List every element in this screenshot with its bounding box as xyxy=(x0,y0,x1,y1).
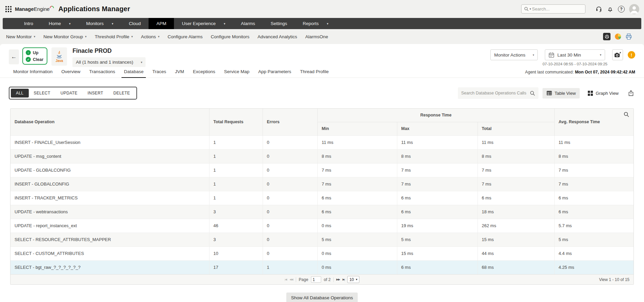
graph-view-button[interactable]: Graph View xyxy=(584,88,623,99)
toolbar-configure-alarms[interactable]: Configure Alarms xyxy=(163,34,207,39)
tab-app-parameters[interactable]: App Parameters xyxy=(254,68,296,78)
app-grid-icon[interactable] xyxy=(5,6,12,12)
table-row[interactable]: INSERT - TRACKER_METRICS106 ms6 ms6 ms6 … xyxy=(10,191,634,205)
nav-item-monitors[interactable]: Monitors▾ xyxy=(79,18,121,29)
global-search-box[interactable]: ▾ xyxy=(521,4,585,14)
col-total-requests[interactable]: Total Requests xyxy=(209,109,263,135)
toolbar-alarmsone[interactable]: AlarmsOne xyxy=(301,34,332,39)
monitor-actions-select[interactable]: Monitor Actions ▾ xyxy=(490,49,538,60)
table-row[interactable]: UPDATE - report_instances_ext4600 ms19 m… xyxy=(10,219,634,233)
tab-exceptions[interactable]: Exceptions xyxy=(188,68,220,78)
tab-service-map[interactable]: Service Map xyxy=(220,68,254,78)
chevron-down-icon[interactable]: ▾ xyxy=(112,22,113,25)
filter-all-button[interactable]: ALL xyxy=(11,89,29,98)
table-row[interactable]: SELECT - CUSTOM_ATTRIBUTES1000 ms15 ms44… xyxy=(10,246,634,260)
filter-delete-button[interactable]: DELETE xyxy=(108,89,135,98)
chevron-down-icon: ▾ xyxy=(356,278,357,281)
chevron-down-icon[interactable]: ▾ xyxy=(224,22,225,25)
tab-jvm[interactable]: JVM xyxy=(171,68,188,78)
graph-view-label: Graph View xyxy=(596,91,619,96)
chevron-down-icon[interactable]: ▾ xyxy=(69,22,71,25)
tab-monitor-information[interactable]: Monitor Information xyxy=(9,68,57,78)
agent-value: Mon Oct 07, 2024 09:42:42 AM xyxy=(575,70,635,74)
aperture-icon[interactable] xyxy=(603,33,610,40)
instance-scope-select[interactable]: All (1 hosts and 1 instances) ▾ xyxy=(72,57,146,67)
headset-icon[interactable] xyxy=(595,5,602,13)
cell-total-requests: 1 xyxy=(209,163,263,177)
show-all-database-operations-button[interactable]: Show All Database Operations xyxy=(286,293,358,302)
screenshot-camera-button[interactable] xyxy=(612,49,623,60)
nav-item-user-experience[interactable]: User Experience▾ xyxy=(174,18,233,29)
page-number-input[interactable] xyxy=(311,276,321,283)
global-search-input[interactable] xyxy=(532,6,582,12)
table-view-button[interactable]: Table View xyxy=(542,88,580,99)
search-icon xyxy=(524,7,529,11)
toolbar-threshold-profile[interactable]: Threshold Profile▾ xyxy=(91,34,137,39)
monitor-tabs: Monitor Information Overview Transaction… xyxy=(0,68,644,78)
filter-update-button[interactable]: UPDATE xyxy=(55,89,83,98)
last-page-button[interactable]: ▶| xyxy=(342,278,345,281)
cell-max: 7 ms xyxy=(397,177,478,191)
col-errors[interactable]: Errors xyxy=(263,109,317,135)
col-total[interactable]: Total xyxy=(478,122,554,135)
status-clear-label: Clear xyxy=(33,57,43,62)
prev-page-button[interactable]: ◀◀ xyxy=(289,278,293,281)
col-max[interactable]: Max xyxy=(397,122,478,135)
export-share-icon[interactable] xyxy=(628,90,634,96)
help-icon[interactable]: ? xyxy=(618,6,625,13)
nav-item-cloud[interactable]: Cloud xyxy=(121,18,149,29)
table-row[interactable]: INSERT - GLOBALCONFIG107 ms7 ms7 ms7 ms xyxy=(10,177,634,191)
brand-light: Engine xyxy=(34,6,50,12)
cell-total-requests: 1 xyxy=(209,149,263,163)
tab-thread-profile[interactable]: Thread Profile xyxy=(296,68,333,78)
filter-insert-button[interactable]: INSERT xyxy=(83,89,108,98)
operation-type-filter: ALL SELECT UPDATE INSERT DELETE xyxy=(9,87,137,100)
chevron-down-icon[interactable]: ▾ xyxy=(327,22,329,25)
table-search-icon[interactable] xyxy=(624,112,629,118)
nav-item-intro[interactable]: Intro xyxy=(16,18,41,29)
table-row[interactable]: UPDATE - msg_content108 ms8 ms8 ms8 ms xyxy=(10,149,634,163)
table-row[interactable]: INSERT - FINACLE_UserSession1011 ms11 ms… xyxy=(10,135,634,149)
table-row[interactable]: UPDATE - webtransactions306 ms6 ms18 ms6… xyxy=(10,205,634,219)
first-page-button[interactable]: |◀ xyxy=(285,278,287,281)
manageengine-logo[interactable]: ManageEngine xyxy=(15,6,54,12)
toolbar-new-monitor-group[interactable]: New Monitor Group▾ xyxy=(39,34,91,39)
col-min[interactable]: Min xyxy=(317,122,397,135)
table-row[interactable]: UPDATE - GLOBALCONFIG107 ms7 ms7 ms7 ms xyxy=(10,163,634,177)
toolbar-advanced-analytics[interactable]: Advanced Analytics xyxy=(253,34,301,39)
cell-avg: 4.25 ms xyxy=(554,260,634,274)
nav-item-alarms[interactable]: Alarms xyxy=(233,18,263,29)
tab-transactions[interactable]: Transactions xyxy=(85,68,120,78)
nav-item-reports[interactable]: Reports▾ xyxy=(295,18,336,29)
operations-search-box[interactable] xyxy=(458,87,538,99)
nav-item-settings[interactable]: Settings xyxy=(263,18,295,29)
bell-icon[interactable] xyxy=(607,6,614,13)
table-row[interactable]: SELECT - bgt_raw_?_?_?_?_?_?1710 ms6 ms6… xyxy=(10,260,634,274)
back-arrow-button[interactable]: ← xyxy=(9,49,19,64)
pie-chart-icon[interactable] xyxy=(615,33,621,40)
nav-label: Home xyxy=(49,21,61,26)
operations-search-input[interactable] xyxy=(461,91,530,95)
alert-badge[interactable]: ! xyxy=(628,51,635,59)
chevron-down-icon: ▾ xyxy=(85,35,87,38)
agent-last-communicated: Agent last communicated: Mon Oct 07, 202… xyxy=(525,70,635,78)
nav-label: Settings xyxy=(271,21,287,26)
logo-swoosh-icon xyxy=(49,4,54,9)
nav-item-apm[interactable]: APM xyxy=(149,18,174,29)
toolbar-actions[interactable]: Actions▾ xyxy=(137,34,163,39)
col-avg-response-time[interactable]: Avg. Response Time xyxy=(554,109,634,135)
toolbar-configure-monitors[interactable]: Configure Monitors xyxy=(207,34,253,39)
tab-traces[interactable]: Traces xyxy=(148,68,171,78)
page-size-select[interactable]: 10 ▾ xyxy=(347,276,359,283)
time-range-select[interactable]: Last 30 Min ▾ xyxy=(545,49,605,60)
tab-database[interactable]: Database xyxy=(119,68,148,78)
table-row[interactable]: SELECT - RESOURCE_ATTRIBUTES_MAPPER305 m… xyxy=(10,233,634,246)
nav-item-home[interactable]: Home▾ xyxy=(41,18,79,29)
tab-overview[interactable]: Overview xyxy=(57,68,85,78)
next-page-button[interactable]: ▶▶ xyxy=(336,278,340,281)
toolbar-new-monitor[interactable]: New Monitor▾ xyxy=(2,34,39,39)
printer-icon[interactable] xyxy=(625,33,632,40)
col-database-operation[interactable]: Database Operation xyxy=(10,109,209,135)
filter-select-button[interactable]: SELECT xyxy=(29,89,55,98)
avatar[interactable] xyxy=(629,4,639,14)
